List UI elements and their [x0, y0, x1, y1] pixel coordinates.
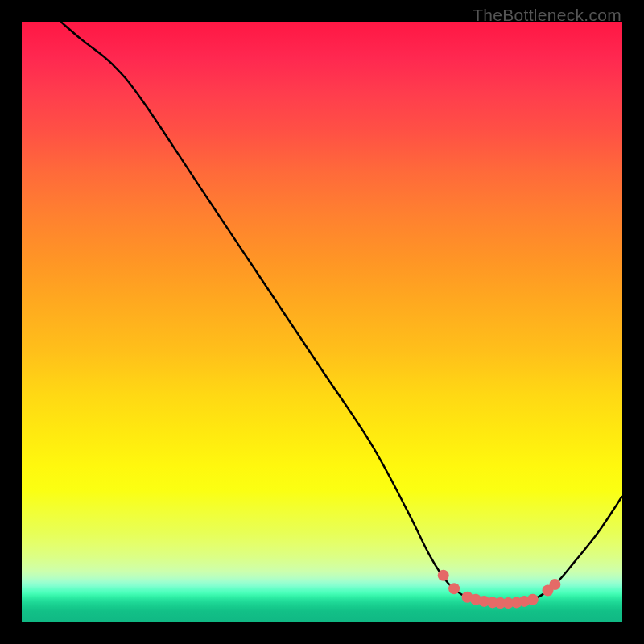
watermark-text: TheBottleneck.com — [473, 6, 621, 25]
data-point — [448, 583, 460, 594]
data-point — [527, 594, 539, 605]
curve-svg — [22, 22, 622, 622]
plot-area — [22, 22, 622, 622]
scatter-points — [438, 570, 561, 609]
data-point — [549, 579, 560, 590]
outer-frame: TheBottleneck.com — [0, 0, 644, 644]
data-point — [438, 570, 449, 581]
bottleneck-curve — [61, 22, 623, 603]
